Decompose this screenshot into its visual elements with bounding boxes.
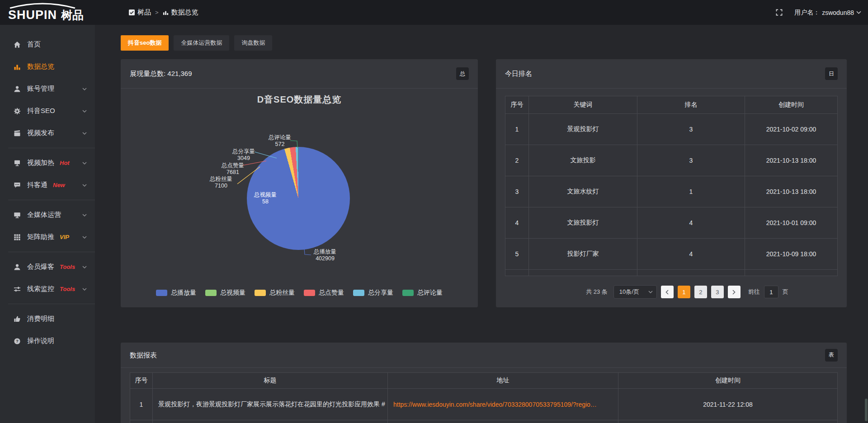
logo-text-cn: 树品 — [61, 8, 84, 23]
home-icon — [14, 41, 21, 48]
legend-item-4[interactable]: 总分享量 — [353, 289, 393, 297]
tab-douyin-seo[interactable]: 抖音seo数据 — [121, 35, 169, 51]
column-header: 关键词 — [529, 96, 637, 114]
legend-item-5[interactable]: 总评论量 — [402, 289, 443, 297]
chat-bubble-icon — [14, 182, 21, 189]
page-button-1[interactable]: 1 — [678, 286, 690, 298]
top-header: SHUPIN 树品 树品 > 数据总览 用户名：zswodun88 — [0, 0, 868, 25]
row-keyword: 文旅水纹灯 — [529, 176, 637, 207]
row-url-link[interactable]: https://www.iesdouyin.com/share/video/70… — [388, 389, 618, 420]
user-icon — [14, 85, 21, 93]
legend-label: 总视频量 — [220, 289, 245, 297]
partial-row — [130, 420, 153, 423]
legend-label: 总粉丝量 — [269, 289, 295, 297]
sidebar-item-video-heat[interactable]: 视频加热 Hot — [0, 152, 95, 174]
row-created: 2021-11-22 12:08 — [618, 389, 838, 420]
row-index: 3 — [505, 176, 529, 207]
sidebar-item-label: 首页 — [27, 40, 41, 49]
pie-label-shares: 总分享量3049 — [222, 148, 265, 162]
legend-item-1[interactable]: 总视频量 — [205, 289, 245, 297]
legend-item-3[interactable]: 总点赞量 — [304, 289, 344, 297]
ranking-panel-title: 今日排名 — [505, 70, 532, 78]
report-panel-title: 数据报表 — [130, 351, 157, 359]
sidebar-item-douketong[interactable]: 抖客通 New — [0, 174, 95, 196]
sidebar-item-douyin-seo[interactable]: 抖音SEO — [0, 100, 95, 122]
pie-label-plays: 总播放量402909 — [303, 249, 347, 262]
sidebar-divider — [8, 252, 95, 252]
chevron-left-icon — [665, 290, 669, 295]
partial-row — [505, 270, 529, 276]
user-icon — [14, 263, 21, 271]
page-size-select[interactable]: 10条/页 — [613, 285, 657, 299]
thumb-up-icon — [14, 315, 21, 323]
chevron-down-icon — [82, 184, 87, 187]
row-rank: 4 — [637, 239, 745, 270]
panel-header: 展现量总数: 421,369 总 — [121, 59, 478, 89]
fullscreen-icon[interactable] — [776, 9, 783, 16]
goto-page-input[interactable] — [764, 286, 778, 298]
sidebar-item-help[interactable]: ? 操作说明 — [0, 330, 95, 352]
bar-chart-icon — [14, 63, 21, 70]
sidebar-item-matrix-boost[interactable]: 矩阵助推 VIP — [0, 226, 95, 248]
sidebar-item-video-publish[interactable]: 视频发布 — [0, 122, 95, 144]
row-rank: 3 — [637, 145, 745, 176]
app-logo: SHUPIN 树品 — [7, 2, 111, 24]
column-header: 创建时间 — [745, 96, 838, 114]
row-keyword: 文旅投影 — [529, 145, 637, 176]
clapperboard-icon — [14, 130, 21, 137]
legend-swatch — [402, 290, 414, 296]
legend-swatch — [255, 290, 266, 296]
row-keyword: 景观投影灯 — [529, 114, 637, 145]
partial-row — [637, 270, 745, 276]
partial-row — [153, 420, 388, 423]
sidebar-divider — [8, 148, 95, 148]
row-created: 2021-10-09 18:00 — [745, 239, 838, 270]
grid-icon — [14, 234, 21, 241]
page-button-2[interactable]: 2 — [694, 286, 707, 298]
new-badge: New — [53, 182, 65, 188]
table-toggle-button[interactable]: 表 — [825, 349, 838, 362]
column-header: 地址 — [388, 373, 618, 389]
page-button-3[interactable]: 3 — [711, 286, 724, 298]
page-size-value: 10条/页 — [619, 288, 639, 296]
sidebar-item-label: 矩阵助推 — [27, 233, 54, 241]
breadcrumb-current[interactable]: 数据总览 — [163, 8, 198, 17]
chevron-down-icon — [82, 288, 87, 291]
prev-page-button[interactable] — [661, 286, 674, 298]
next-page-button[interactable] — [728, 286, 741, 298]
sidebar-item-spend-detail[interactable]: 消费明细 — [0, 308, 95, 330]
breadcrumb-root[interactable]: 树品 — [129, 8, 151, 17]
overview-panel-title: 展现量总数: 421,369 — [130, 70, 192, 78]
scrollbar-thumb[interactable] — [865, 399, 868, 421]
bar-chart-icon — [163, 9, 169, 15]
goto-suffix: 页 — [783, 288, 788, 296]
legend-swatch — [353, 290, 364, 296]
legend-item-2[interactable]: 总粉丝量 — [255, 289, 295, 297]
pie-label-videos: 总视频量58 — [244, 192, 287, 205]
sidebar-item-lead-monitor[interactable]: 线索监控 Tools — [0, 278, 95, 300]
row-rank: 1 — [637, 176, 745, 207]
row-created: 2021-10-01 09:00 — [745, 207, 838, 239]
tab-media-ops[interactable]: 全媒体运营数据 — [174, 35, 229, 51]
day-toggle-button[interactable]: 日 — [825, 67, 838, 80]
total-toggle-button[interactable]: 总 — [456, 67, 469, 80]
sidebar-item-account[interactable]: 账号管理 — [0, 78, 95, 100]
tab-inquiry[interactable]: 询盘数据 — [234, 35, 272, 51]
panel-header: 今日排名 日 — [496, 59, 847, 89]
row-index: 2 — [505, 145, 529, 176]
row-created: 2021-10-02 09:00 — [745, 114, 838, 145]
sidebar-item-media-ops[interactable]: 全媒体运营 — [0, 204, 95, 226]
breadcrumb: 树品 > 数据总览 — [129, 0, 198, 25]
legend-item-0[interactable]: 总播放量 — [156, 289, 196, 297]
legend-swatch — [304, 290, 315, 296]
pagination-total: 共 23 条 — [586, 288, 608, 296]
sidebar-item-home[interactable]: 首页 — [0, 33, 95, 56]
sidebar-divider — [8, 200, 95, 200]
sidebar-item-member-leads[interactable]: 会员爆客 Tools — [0, 256, 95, 278]
row-index: 1 — [505, 114, 529, 145]
user-menu[interactable]: 用户名：zswodun88 — [794, 9, 861, 17]
row-keyword: 文旅投影灯 — [529, 207, 637, 239]
column-header: 创建时间 — [618, 373, 838, 389]
sidebar-item-data-overview[interactable]: 数据总览 — [0, 56, 95, 78]
row-title: 景观投影灯，夜游景观投影灯厂家展示展示落花灯在花园里的灯光投影应用效果 # — [153, 389, 388, 420]
